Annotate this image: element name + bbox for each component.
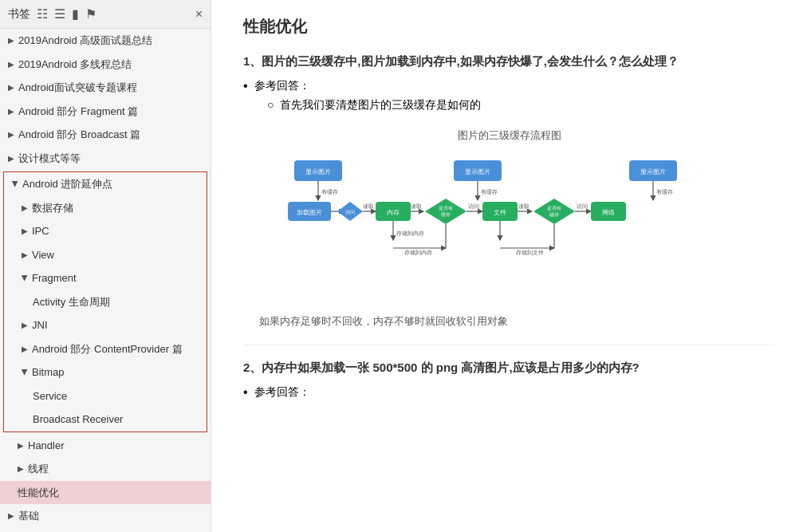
arrow-icon-13: ▶ [22,319,28,331]
svg-marker-23 [425,199,466,224]
answer-sub-1: 首先我们要清楚图片的三级缓存是如何的 [267,98,775,112]
svg-text:磁存: 磁存 [549,212,559,217]
question-1: 1、图片的三级缓存中,图片加载到内存中,如果内存快爆了,会发生什么？怎么处理？ [243,52,775,71]
sidebar-item-4[interactable]: ▶ Android 部分 Fragment 篇 [0,100,211,124]
header-label: 书签 [8,7,30,22]
svg-text:读取: 读取 [518,203,529,210]
svg-text:读取: 读取 [363,203,374,210]
page-title: 性能优化 [243,16,775,37]
sidebar-item-19[interactable]: ▶ 线程 [0,457,211,481]
svg-text:缓存: 缓存 [441,212,451,217]
sidebar-item-9[interactable]: ▶ IPC [4,219,207,243]
svg-text:有缓存: 有缓存 [481,189,498,195]
sidebar-item-6[interactable]: ▶ 设计模式等等 [0,147,211,171]
diagram-container: 图片的三级缓存流程图 显示图片 显示图片 显示图片 有缓存 有缓存 有缓存 加载… [243,128,775,298]
answer-bullet-1: 参考回答： [243,79,775,93]
svg-text:加载图片: 加载图片 [297,209,322,216]
sidebar-item-17[interactable]: Broadcast Receiver [4,408,207,432]
flowchart-svg: 显示图片 显示图片 显示图片 有缓存 有缓存 有缓存 加载图片 访问 读取 [286,152,733,296]
sidebar-content: ▶ 2019Android 高级面试题总结 ▶ 2019Android 多线程总… [0,29,211,532]
section-divider [243,345,775,345]
arrow-icon-2: ▶ [8,58,14,70]
answer-bullet-2: 参考回答： [243,385,775,400]
arrow-icon-5: ▶ [8,128,14,140]
arrow-icon-11: ▶ [19,275,31,282]
sidebar-item-14[interactable]: ▶ Android 部分 ContentProvider 篇 [4,337,207,361]
svg-text:存储到内存: 存储到内存 [396,231,424,236]
sidebar: 书签 ☷ ☰ ▮ ⚑ × ▶ 2019Android 高级面试题总结 ▶ 201… [0,0,211,532]
arrow-icon-1: ▶ [8,34,14,46]
svg-text:访问: 访问 [577,203,588,209]
sidebar-header: 书签 ☷ ☰ ▮ ⚑ × [0,0,211,29]
bookmark-icon[interactable]: ▮ [72,6,79,22]
question-2: 2、内存中如果加载一张 500*500 的 png 高清图片,应该是占用多少的内… [243,358,775,377]
sidebar-item-7[interactable]: ▶ Android 进阶延伸点 [4,172,207,196]
sidebar-item-16[interactable]: Service [4,384,207,408]
svg-text:有缓存: 有缓存 [321,189,338,195]
arrow-icon-18: ▶ [18,439,24,451]
sidebar-item-15[interactable]: ▶ Bitmap [4,361,207,384]
grid-icon[interactable]: ☷ [37,6,48,22]
close-icon[interactable]: × [195,7,203,22]
sidebar-item-8[interactable]: ▶ 数据存储 [4,196,207,220]
sidebar-item-2[interactable]: ▶ 2019Android 多线程总结 [0,53,211,77]
svg-marker-32 [533,199,575,224]
arrow-icon-15: ▶ [19,369,31,376]
sidebar-item-11[interactable]: ▶ Fragment [4,266,207,290]
diagram-note: 如果内存足够时不回收，内存不够时就回收软引用对象 [259,314,775,329]
sidebar-item-21[interactable]: ▶ 基础 [0,504,211,528]
svg-text:显示图片: 显示图片 [640,168,666,175]
svg-text:访问: 访问 [345,209,355,215]
svg-text:是否有: 是否有 [547,206,561,211]
sidebar-item-10[interactable]: ▶ View [4,243,207,267]
arrow-icon-9: ▶ [22,225,28,237]
arrow-icon-3: ▶ [8,81,14,93]
diagram-title: 图片的三级缓存流程图 [243,128,775,143]
arrow-icon-10: ▶ [22,249,28,261]
tag-icon[interactable]: ⚑ [85,6,96,22]
sidebar-item-20[interactable]: 性能优化 [0,481,211,505]
svg-text:有缓存: 有缓存 [656,189,673,195]
arrow-icon-14: ▶ [22,343,28,355]
svg-text:网络: 网络 [602,209,615,216]
arrow-icon-21: ▶ [8,510,14,522]
sidebar-item-3[interactable]: ▶ Android面试突破专题课程 [0,76,211,100]
sidebar-item-5[interactable]: ▶ Android 部分 Broadcast 篇 [0,123,211,147]
svg-text:读取: 读取 [411,203,422,210]
sidebar-item-13[interactable]: ▶ JNI [4,313,207,337]
answer-label-1: 参考回答： [254,79,310,93]
sidebar-item-12[interactable]: Activity 生命周期 [4,290,207,314]
answer-label-2: 参考回答： [254,385,310,400]
sidebar-item-1[interactable]: ▶ 2019Android 高级面试题总结 [0,29,211,53]
svg-text:文件: 文件 [494,209,506,216]
arrow-icon-7: ▶ [10,181,22,187]
list-icon[interactable]: ☰ [54,6,65,22]
svg-text:显示图片: 显示图片 [305,168,331,175]
main-content: 性能优化 1、图片的三级缓存中,图片加载到内存中,如果内存快爆了,会发生什么？怎… [211,0,807,532]
svg-text:是否有: 是否有 [439,206,453,211]
svg-text:显示图片: 显示图片 [465,168,490,175]
svg-text:存储到文件: 存储到文件 [515,250,543,255]
answer-sub-text-1: 首先我们要清楚图片的三级缓存是如何的 [280,98,481,112]
sidebar-item-18[interactable]: ▶ Handler [0,434,211,458]
arrow-icon-19: ▶ [18,463,24,475]
svg-text:内存: 内存 [387,209,400,216]
arrow-icon-6: ▶ [8,152,14,164]
svg-text:访问: 访问 [468,203,479,209]
sidebar-section-box: ▶ Android 进阶延伸点 ▶ 数据存储 ▶ IPC ▶ View ▶ Fr… [3,171,207,432]
svg-text:存储到内存: 存储到内存 [404,250,431,255]
arrow-icon-8: ▶ [22,202,28,214]
arrow-icon-4: ▶ [8,105,14,117]
